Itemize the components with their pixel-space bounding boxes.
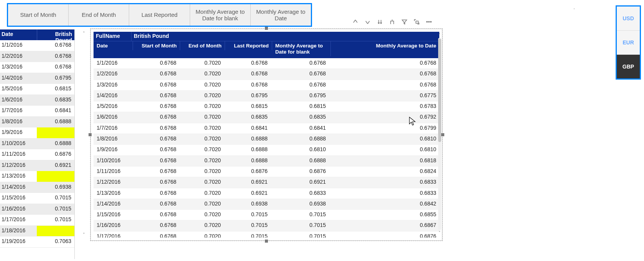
- table-row[interactable]: 1/8/20160.67680.70200.68880.68880.6810: [94, 134, 439, 145]
- cell-value: 0.7020: [179, 69, 224, 79]
- scroll-down-icon[interactable]: ˅: [80, 232, 87, 237]
- left-table-header: Date British Pound: [0, 29, 74, 40]
- resize-handle-bottom[interactable]: [265, 240, 268, 243]
- resize-handle-left[interactable]: [89, 133, 92, 136]
- cell-date: 1/3/2016: [0, 62, 37, 73]
- table-row[interactable]: 1/12/20160.6921: [0, 160, 74, 171]
- cell-date: 1/19/2016: [0, 237, 37, 247]
- table-row[interactable]: 1/2/20160.67680.70200.67680.67680.6768: [94, 69, 439, 80]
- cell-date: 1/7/2016: [0, 106, 37, 116]
- cell-date: 1/1/2016: [94, 58, 133, 69]
- cell-value: 0.6888: [224, 145, 271, 155]
- matrix-col-header-0[interactable]: Date: [94, 41, 133, 50]
- table-row[interactable]: 1/16/20160.7015: [0, 204, 74, 215]
- scroll-up-icon[interactable]: ˄: [437, 33, 443, 38]
- table-row[interactable]: 1/12/20160.67680.70200.69210.69210.6833: [94, 177, 439, 188]
- table-row[interactable]: 1/5/20160.67680.70200.68150.68150.6783: [94, 101, 439, 112]
- table-row[interactable]: 1/13/2016: [0, 171, 74, 182]
- matrix-col-header-5[interactable]: Monthly Average to Date: [331, 41, 439, 50]
- scroll-thumb[interactable]: [438, 39, 441, 142]
- filter-icon[interactable]: [401, 18, 408, 25]
- scroll-down-icon[interactable]: ˅: [437, 230, 443, 235]
- resize-handle-top[interactable]: [265, 27, 268, 30]
- matrix-visual[interactable]: FullName British Pound DateStart of Mont…: [90, 28, 443, 241]
- slicer-tab-2[interactable]: Last Reported: [129, 4, 190, 26]
- matrix-col-header-4[interactable]: Monthly Average to Date for blank: [272, 41, 331, 56]
- table-row[interactable]: 1/2/20160.6768: [0, 51, 74, 62]
- more-icon[interactable]: [426, 18, 432, 25]
- matrix-header: FullName British Pound DateStart of Mont…: [94, 32, 439, 58]
- focus-icon[interactable]: [413, 18, 420, 25]
- cell-value: 0.7015: [224, 220, 271, 231]
- measure-slicer[interactable]: Start of MonthEnd of MonthLast ReportedM…: [7, 3, 312, 27]
- table-row[interactable]: 1/7/20160.67680.70200.68410.68410.6799: [94, 123, 439, 134]
- cell-value: 0.6775: [329, 91, 439, 101]
- cell-value: 0.7020: [179, 134, 224, 144]
- cell-value: 0.6888: [271, 134, 329, 144]
- currency-option-gbp[interactable]: GBP: [617, 55, 640, 78]
- table-row[interactable]: 1/1/20160.6768: [0, 40, 74, 51]
- table-row[interactable]: 1/14/20160.67680.70200.69380.69380.6842: [94, 199, 439, 210]
- table-row[interactable]: 1/14/20160.6938: [0, 182, 74, 193]
- cell-value: 0.7020: [179, 166, 224, 177]
- slicer-tab-0[interactable]: Start of Month: [8, 4, 69, 26]
- table-row[interactable]: 1/11/20160.6876: [0, 149, 74, 160]
- currency-option-eur[interactable]: EUR: [617, 31, 640, 55]
- left-table-scrollbar[interactable]: ˄ ˅: [80, 31, 87, 237]
- table-row[interactable]: 1/15/20160.67680.70200.70150.70150.6855: [94, 210, 439, 220]
- table-row[interactable]: 1/18/2016: [0, 226, 74, 237]
- expand-all-icon[interactable]: [376, 18, 383, 25]
- table-row[interactable]: 1/6/20160.67680.70200.68350.68350.6792: [94, 112, 439, 123]
- scroll-up-icon[interactable]: ˄: [80, 31, 87, 36]
- slicer-tab-3[interactable]: Monthly Average to Date for blank: [190, 4, 251, 26]
- cell-value: 0.6768: [133, 80, 179, 90]
- currency-option-usd[interactable]: USD: [617, 7, 640, 31]
- currency-slicer[interactable]: USDEURGBP: [616, 5, 641, 80]
- table-row[interactable]: 1/6/20160.6835: [0, 95, 74, 106]
- cell-value: 0.6768: [224, 69, 271, 79]
- table-row[interactable]: 1/10/20160.67680.70200.68880.68880.6818: [94, 156, 439, 166]
- table-row[interactable]: 1/9/20160.67680.70200.68880.68100.6810: [94, 145, 439, 155]
- matrix-body: 1/1/20160.67680.70200.67680.67680.67681/…: [94, 58, 439, 238]
- table-row[interactable]: 1/3/20160.6768: [0, 62, 74, 73]
- matrix-col-header-3[interactable]: Last Reported: [225, 41, 272, 50]
- table-row[interactable]: 1/17/20160.67680.70200.70150.70150.6876: [94, 232, 439, 238]
- drill-up-icon[interactable]: [352, 18, 359, 25]
- matrix-scrollbar[interactable]: ˄ ˅: [437, 33, 443, 235]
- slicer-tab-1[interactable]: End of Month: [69, 4, 129, 26]
- cell-value: 0.6888: [224, 156, 271, 166]
- table-row[interactable]: 1/1/20160.67680.70200.67680.67680.6768: [94, 58, 439, 69]
- table-row[interactable]: 1/4/20160.67680.70200.67950.67950.6775: [94, 91, 439, 101]
- table-row[interactable]: 1/4/20160.6795: [0, 73, 74, 84]
- table-row[interactable]: 1/19/20160.7063: [0, 237, 74, 248]
- table-row[interactable]: 1/8/20160.6888: [0, 117, 74, 128]
- left-header-date[interactable]: Date: [0, 29, 37, 40]
- matrix-row-header-label[interactable]: FullName: [94, 32, 131, 41]
- table-row[interactable]: 1/16/20160.67680.70200.70150.70150.6867: [94, 220, 439, 231]
- slicer-tab-4[interactable]: Monthly Average to Date: [251, 4, 311, 26]
- cell-date: 1/16/2016: [94, 220, 133, 231]
- matrix-col-header-1[interactable]: Start of Month: [133, 41, 180, 50]
- cell-date: 1/16/2016: [0, 204, 37, 215]
- table-row[interactable]: 1/17/20160.7015: [0, 215, 74, 226]
- table-row[interactable]: 1/3/20160.67680.70200.67680.67680.6768: [94, 80, 439, 91]
- matrix-col-header-2[interactable]: End of Month: [180, 41, 225, 50]
- table-row[interactable]: 1/11/20160.67680.70200.68760.68760.6824: [94, 166, 439, 177]
- left-header-value[interactable]: British Pound: [37, 29, 74, 40]
- drill-down-icon[interactable]: [364, 18, 371, 25]
- cell-value: 0.6824: [329, 166, 439, 177]
- cell-value: 0.6768: [224, 80, 271, 90]
- table-row[interactable]: 1/7/20160.6841: [0, 106, 74, 117]
- table-row[interactable]: 1/9/2016: [0, 127, 74, 139]
- cell-value: 0.7020: [179, 112, 224, 122]
- matrix-column-group-label[interactable]: British Pound: [131, 32, 439, 41]
- cell-value: 0.6815: [271, 101, 329, 112]
- table-row[interactable]: 1/5/20160.6815: [0, 84, 74, 95]
- table-row[interactable]: 1/10/20160.6888: [0, 139, 74, 150]
- cell-date: 1/2/2016: [94, 69, 133, 79]
- hierarchy-icon[interactable]: [389, 18, 396, 25]
- table-row[interactable]: 1/13/20160.67680.70200.69210.68330.6833: [94, 188, 439, 199]
- cell-value: 0.6921: [224, 188, 271, 199]
- cell-value: 0.6768: [133, 199, 179, 209]
- table-row[interactable]: 1/15/20160.7015: [0, 193, 74, 204]
